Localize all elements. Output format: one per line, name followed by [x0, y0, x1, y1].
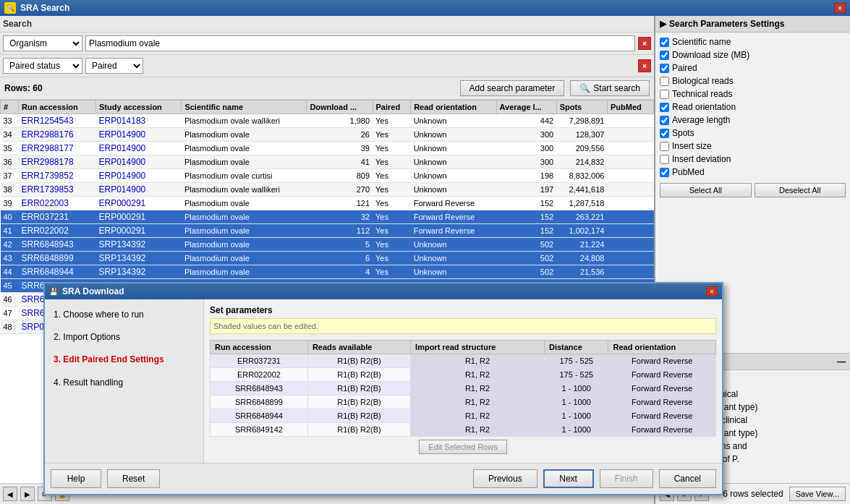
- sra-download-dialog: 💾 SRA Download × 1. Choose where to run2…: [43, 282, 723, 495]
- dialog-table-row[interactable]: SRR6848943 R1(B) R2(B) R1, R2 1 - 1000 F…: [211, 382, 716, 396]
- dialog-close-button[interactable]: ×: [706, 286, 718, 296]
- dialog-table-row[interactable]: ERR022002 R1(B) R2(B) R1, R2 175 - 525 F…: [211, 368, 716, 382]
- dcell-run: SRR6848943: [211, 382, 308, 396]
- dcell-reads: R1(B) R2(B): [307, 368, 410, 382]
- dialog-table-row[interactable]: SRR6848899 R1(B) R2(B) R1, R2 1 - 1000 F…: [211, 396, 716, 409]
- dialog-step-3[interactable]: 3. Edit Paired End Settings: [54, 353, 195, 367]
- dcell-run: SRR6848899: [211, 396, 308, 409]
- dcell-run: ERR022002: [211, 368, 308, 382]
- dialog-title: SRA Download: [62, 286, 702, 296]
- dialog-step-1[interactable]: 1. Choose where to run: [54, 308, 195, 322]
- dcell-run: SRR6848944: [211, 409, 308, 423]
- dialog-right-panel: Set parameters Shaded values can be edit…: [204, 299, 722, 463]
- dcell-reads: R1(B) R2(B): [307, 354, 410, 368]
- dcol-reads: Reads available: [307, 341, 410, 354]
- help-button[interactable]: Help: [51, 469, 101, 488]
- dcell-reads: R1(B) R2(B): [307, 396, 410, 409]
- dcell-structure: R1, R2: [411, 396, 545, 409]
- dcell-reads: R1(B) R2(B): [307, 409, 410, 423]
- dcell-orientation: Forward Reverse: [608, 396, 716, 409]
- edit-rows-row: Edit Selected Rows: [210, 437, 716, 457]
- dcell-structure: R1, R2: [411, 423, 545, 437]
- dcell-structure: R1, R2: [411, 368, 545, 382]
- dialog-hint: Shaded values can be edited.: [210, 318, 716, 334]
- dialog-table-container[interactable]: Run accession Reads available Import rea…: [210, 340, 716, 437]
- dialog-step-2[interactable]: 2. Import Options: [54, 330, 195, 344]
- cancel-button[interactable]: Cancel: [659, 469, 716, 488]
- dcol-structure: Import read structure: [411, 341, 545, 354]
- dcell-structure: R1, R2: [411, 382, 545, 396]
- dcell-distance: 1 - 1000: [544, 396, 608, 409]
- dcell-distance: 1 - 1000: [544, 382, 608, 396]
- dialog-table-row[interactable]: SRR6848944 R1(B) R2(B) R1, R2 1 - 1000 F…: [211, 409, 716, 423]
- next-button[interactable]: Next: [543, 469, 594, 488]
- dialog-params-header: Set parameters: [210, 305, 716, 315]
- dcell-distance: 1 - 1000: [544, 423, 608, 437]
- dcell-reads: R1(B) R2(B): [307, 382, 410, 396]
- dialog-table-row[interactable]: SRR6849142 R1(B) R2(B) R1, R2 1 - 1000 F…: [211, 423, 716, 437]
- dcell-distance: 175 - 525: [544, 368, 608, 382]
- dcell-orientation: Forward Reverse: [608, 423, 716, 437]
- dcell-distance: 1 - 1000: [544, 409, 608, 423]
- dcell-run: SRR6849142: [211, 423, 308, 437]
- dcell-distance: 175 - 525: [544, 354, 608, 368]
- reset-button[interactable]: Reset: [107, 469, 160, 488]
- dcol-orientation: Read orientation: [608, 341, 716, 354]
- dcell-orientation: Forward Reverse: [608, 382, 716, 396]
- edit-selected-rows-button[interactable]: Edit Selected Rows: [419, 440, 506, 454]
- dialog-steps-panel: 1. Choose where to run2. Import Options3…: [45, 299, 204, 463]
- dcell-structure: R1, R2: [411, 409, 545, 423]
- dcell-orientation: Forward Reverse: [608, 409, 716, 423]
- dialog-title-bar: 💾 SRA Download ×: [45, 283, 722, 299]
- dialog-step-4[interactable]: 4. Result handling: [54, 376, 195, 390]
- dcol-run: Run accession: [211, 341, 308, 354]
- dialog-overlay: 💾 SRA Download × 1. Choose where to run2…: [0, 0, 850, 504]
- dialog-body: 1. Choose where to run2. Import Options3…: [45, 299, 722, 463]
- dcell-structure: R1, R2: [411, 354, 545, 368]
- dcell-orientation: Forward Reverse: [608, 368, 716, 382]
- previous-button[interactable]: Previous: [473, 469, 537, 488]
- dcol-distance: Distance: [544, 341, 608, 354]
- dcell-reads: R1(B) R2(B): [307, 423, 410, 437]
- finish-button: Finish: [600, 469, 653, 488]
- dialog-table-header: Run accession Reads available Import rea…: [211, 341, 716, 354]
- dialog-table-row[interactable]: ERR037231 R1(B) R2(B) R1, R2 175 - 525 F…: [211, 354, 716, 368]
- dcell-run: ERR037231: [211, 354, 308, 368]
- dcell-orientation: Forward Reverse: [608, 354, 716, 368]
- dialog-icon: 💾: [49, 288, 58, 296]
- dialog-table: Run accession Reads available Import rea…: [210, 340, 716, 437]
- dialog-footer: Help Reset Previous Next Finish Cancel: [45, 463, 722, 494]
